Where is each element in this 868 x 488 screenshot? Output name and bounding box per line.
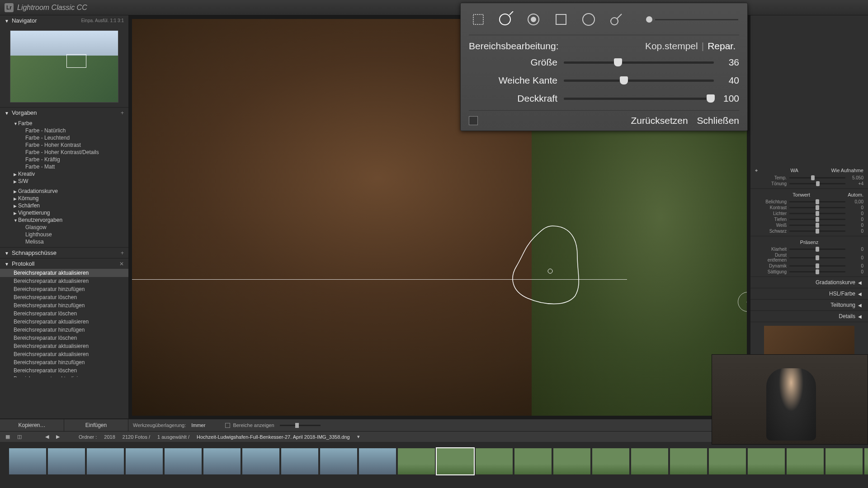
basic-slider[interactable] <box>789 201 845 202</box>
history-item[interactable]: Bereichsreparatur löschen <box>0 293 128 301</box>
preset-group[interactable]: ▶Kreativ <box>0 170 128 178</box>
snapshots-header[interactable]: ▼Schnappschüsse + <box>0 248 128 258</box>
filmstrip-thumbnail[interactable] <box>281 448 318 474</box>
eyedropper-icon[interactable]: ⌖ <box>755 168 758 174</box>
preset-item[interactable]: Lighthouse <box>0 231 128 238</box>
filmstrip-thumbnail[interactable] <box>476 448 513 474</box>
add-preset-icon[interactable]: + <box>121 110 124 116</box>
filmstrip-thumbnail[interactable] <box>359 448 396 474</box>
filmstrip-thumbnail[interactable] <box>87 448 124 474</box>
show-spots-checkbox[interactable]: Bereiche anzeigen <box>225 422 274 428</box>
basic-slider[interactable] <box>789 207 845 208</box>
history-header[interactable]: ▼Protokoll ✕ <box>0 258 128 269</box>
redeye-tool-icon[interactable] <box>525 10 542 28</box>
history-item[interactable]: Bereichsreparatur aktualisieren <box>0 350 128 358</box>
navigator-thumbnail[interactable] <box>10 30 118 103</box>
preset-item[interactable]: Glasgow <box>0 224 128 231</box>
nav-back-icon[interactable]: ◀ <box>45 434 49 440</box>
spot-removal-tool-icon[interactable] <box>497 10 514 28</box>
reset-button[interactable]: Zurücksetzen <box>631 115 688 126</box>
basic-slider[interactable] <box>789 213 845 214</box>
history-item[interactable]: Bereichsreparatur aktualisieren <box>0 342 128 350</box>
grid-view-icon[interactable]: ▦ <box>5 434 10 440</box>
basic-slider[interactable] <box>789 230 845 232</box>
history-item[interactable]: Bereichsreparatur löschen <box>0 310 128 318</box>
size-slider[interactable] <box>564 61 714 64</box>
visibility-toggle[interactable] <box>469 116 478 125</box>
panel-collapse-header[interactable]: Teiltonung◀ <box>750 300 868 311</box>
history-item[interactable]: Bereichsreparatur löschen <box>0 366 128 375</box>
overlay-mode-select[interactable]: Immer <box>191 422 205 428</box>
heal-spot-outline[interactable] <box>503 221 598 314</box>
panel-collapse-header[interactable]: HSL/Farbe◀ <box>750 288 868 300</box>
basic-slider[interactable] <box>789 225 845 226</box>
brush-tool-icon[interactable] <box>608 10 624 28</box>
filmstrip-thumbnail[interactable] <box>787 448 824 474</box>
wb-preset-select[interactable]: Wie Aufnahme <box>831 168 863 174</box>
preset-group[interactable]: ▼Farbe <box>0 120 128 127</box>
filmstrip-thumbnail[interactable] <box>242 448 279 474</box>
adjustment-slider-icon[interactable] <box>646 10 738 28</box>
history-item[interactable]: Bereichsreparatur hinzufügen <box>0 358 128 366</box>
preset-item[interactable]: Farbe - Natürlich <box>0 127 128 134</box>
basic-slider[interactable] <box>789 271 845 272</box>
filmstrip-thumbnail[interactable] <box>826 448 863 474</box>
close-button[interactable]: Schließen <box>697 115 739 126</box>
preset-item[interactable]: Farbe - Kräftig <box>0 156 128 163</box>
clear-history-icon[interactable]: ✕ <box>119 261 124 267</box>
filmstrip-thumbnail[interactable] <box>670 448 707 474</box>
paste-button[interactable]: Einfügen <box>64 419 128 431</box>
nav-fwd-icon[interactable]: ▶ <box>56 434 60 440</box>
navigator-header[interactable]: ▼Navigator Einpa. Ausfül. 1:1 3:1 <box>0 15 128 26</box>
filmstrip-thumbnail[interactable] <box>320 448 357 474</box>
crop-tool-icon[interactable] <box>470 10 486 28</box>
presets-header[interactable]: ▼Vorgaben + <box>0 108 128 118</box>
filmstrip-thumbnail[interactable] <box>709 448 746 474</box>
history-item[interactable]: Bereichsreparatur aktualisieren <box>0 318 128 326</box>
history-item[interactable]: Bereichsreparatur aktualisieren <box>0 277 128 285</box>
feather-slider[interactable] <box>564 80 714 82</box>
filmstrip-thumbnail[interactable] <box>48 448 85 474</box>
copy-button[interactable]: Kopieren… <box>0 419 64 431</box>
basic-slider[interactable] <box>789 265 845 267</box>
filmstrip-thumbnail[interactable] <box>165 448 202 474</box>
filmstrip-thumbnail[interactable] <box>553 448 590 474</box>
preset-group[interactable]: ▶Vignettierung <box>0 209 128 216</box>
folder-name[interactable]: 2018 <box>104 434 115 440</box>
preset-item[interactable]: Farbe - Hoher Kontrast <box>0 141 128 149</box>
add-snapshot-icon[interactable]: + <box>121 250 124 256</box>
user-preset-group[interactable]: ▼Benutzervorgaben <box>0 216 128 224</box>
history-item[interactable]: Bereichsreparatur löschen <box>0 334 128 342</box>
preset-group[interactable]: ▶Schärfen <box>0 202 128 209</box>
filmstrip-thumbnail[interactable] <box>203 448 241 474</box>
history-item[interactable]: Bereichsreparatur hinzufügen <box>0 285 128 293</box>
filmstrip[interactable] <box>0 442 868 481</box>
tint-slider[interactable] <box>789 183 845 184</box>
preset-item[interactable]: Farbe - Leuchtend <box>0 134 128 141</box>
history-item[interactable]: Bereichsreparatur aktualisieren <box>0 269 128 277</box>
preset-group[interactable]: ▶Gradationskurve <box>0 188 128 195</box>
heal-mode-option[interactable]: Repar. <box>704 41 739 52</box>
basic-slider[interactable] <box>789 249 845 250</box>
opacity-slider[interactable] <box>564 98 714 100</box>
navigator-zoom-controls[interactable]: Einpa. Ausfül. 1:1 3:1 <box>81 18 124 23</box>
filmstrip-thumbnail[interactable] <box>437 448 474 474</box>
preset-group[interactable]: ▶Körnung <box>0 195 128 202</box>
clone-mode-option[interactable]: Kop.stempel <box>642 41 702 52</box>
filmstrip-thumbnail[interactable] <box>748 448 785 474</box>
graduated-filter-tool-icon[interactable] <box>552 10 569 28</box>
panel-collapse-header[interactable]: Details◀ <box>750 311 868 322</box>
temp-slider[interactable] <box>789 177 845 178</box>
history-item[interactable]: Bereichsreparatur hinzufügen <box>0 326 128 334</box>
filmstrip-thumbnail[interactable] <box>631 448 668 474</box>
basic-slider[interactable] <box>789 257 845 258</box>
preset-item[interactable]: Melissa <box>0 238 128 245</box>
history-item[interactable]: Bereichsreparatur aktualisieren <box>0 375 128 377</box>
filmstrip-thumbnail[interactable] <box>398 448 435 474</box>
filmstrip-thumbnail[interactable] <box>126 448 163 474</box>
basic-slider[interactable] <box>789 219 845 220</box>
filmstrip-thumbnail[interactable] <box>592 448 629 474</box>
preset-item[interactable]: Farbe - Matt <box>0 163 128 170</box>
filmstrip-thumbnail[interactable] <box>9 448 46 474</box>
filmstrip-thumbnail[interactable] <box>864 448 868 474</box>
